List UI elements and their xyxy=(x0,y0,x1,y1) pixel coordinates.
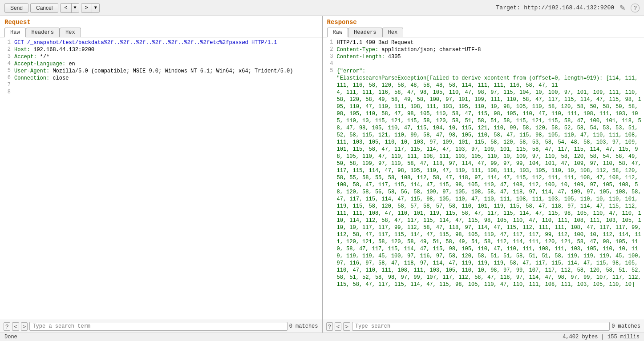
response-tabs: Raw Headers Hex xyxy=(327,28,640,37)
help-icon[interactable]: ? xyxy=(631,4,640,12)
target-prefix: Target: xyxy=(496,4,521,11)
resp-line-3: 3 Content-Length: 4305 xyxy=(323,53,644,60)
request-title: Request xyxy=(4,19,317,26)
req-line-1: 1 GET /_snapshot/test/backdata%2f..%2f..… xyxy=(0,39,322,46)
req-line-7: 7 xyxy=(0,82,322,89)
response-next-btn[interactable]: > xyxy=(343,322,350,331)
resp-line-1: 1 HTTP/1.1 400 Bad Request xyxy=(323,39,644,46)
next-split-button[interactable]: > ▼ xyxy=(81,3,100,13)
request-header: Request Raw Headers Hex xyxy=(0,16,322,37)
response-search-bar: ? < > 0 matches xyxy=(323,320,644,333)
response-header: Response Raw Headers Hex xyxy=(323,16,644,37)
tab-response-headers[interactable]: Headers xyxy=(348,28,382,37)
next-main[interactable]: > xyxy=(81,4,92,12)
response-prev-btn[interactable]: < xyxy=(335,322,342,331)
tab-request-headers[interactable]: Headers xyxy=(26,28,60,37)
tab-request-raw[interactable]: Raw xyxy=(4,28,26,37)
edit-icon[interactable]: ✎ xyxy=(618,3,627,13)
cancel-button[interactable]: Cancel xyxy=(30,3,58,13)
request-code-area: 1 GET /_snapshot/test/backdata%2f..%2f..… xyxy=(0,37,322,320)
resp-line-5: 5 {"error": "ElasticsearchParseException… xyxy=(323,68,644,288)
target-url: http://192.168.44.132:9200 xyxy=(524,4,614,11)
response-panel: Response Raw Headers Hex 1 HTTP/1.1 400 … xyxy=(323,16,644,333)
tab-response-raw[interactable]: Raw xyxy=(327,28,348,37)
req-line-2: 2 Host: 192.168.44.132:9200 xyxy=(0,46,322,53)
tab-response-hex[interactable]: Hex xyxy=(382,28,404,37)
resp-line-4: 4 xyxy=(323,60,644,68)
response-code-area: 1 HTTP/1.1 400 Bad Request 2 Content-Typ… xyxy=(323,37,644,320)
req-line-5: 5 User-Agent: Mozilla/5.0 (compatible; M… xyxy=(0,68,322,75)
req-line-4: 4 Accept-Language: en xyxy=(0,60,322,68)
req-line-3: 3 Accept: */* xyxy=(0,53,322,60)
prev-split-button[interactable]: < ▼ xyxy=(60,3,79,13)
tab-request-hex[interactable]: Hex xyxy=(60,28,81,37)
request-tabs: Raw Headers Hex xyxy=(4,28,317,37)
request-next-btn[interactable]: > xyxy=(21,322,28,331)
send-button[interactable]: Send xyxy=(4,3,28,13)
done-label: Done xyxy=(4,334,17,340)
response-matches: 0 matches xyxy=(612,323,640,329)
toolbar-right: Target: http://192.168.44.132:9200 ✎ ? xyxy=(496,3,640,13)
response-search-input[interactable] xyxy=(352,322,610,331)
prev-arrow[interactable]: ▼ xyxy=(72,4,79,12)
req-line-6: 6 Connection: close xyxy=(0,75,322,82)
toolbar: Send Cancel < ▼ > ▼ Target: http://192.1… xyxy=(0,0,644,16)
response-help-icon[interactable]: ? xyxy=(326,322,333,331)
status-bar: Done 4,402 bytes | 155 millis xyxy=(0,333,644,341)
request-panel: Request Raw Headers Hex 1 GET /_snapshot… xyxy=(0,16,322,333)
request-matches: 0 matches xyxy=(289,323,318,329)
prev-main[interactable]: < xyxy=(61,4,71,12)
req-line-8: 8 xyxy=(0,89,322,96)
request-help-icon[interactable]: ? xyxy=(4,322,10,331)
next-arrow[interactable]: ▼ xyxy=(92,4,99,12)
request-search-input[interactable] xyxy=(29,322,287,331)
request-search-bar: ? < > 0 matches xyxy=(0,320,322,333)
status-info: 4,402 bytes | 155 millis xyxy=(563,334,640,340)
main-content: Request Raw Headers Hex 1 GET /_snapshot… xyxy=(0,16,644,333)
toolbar-left: Send Cancel < ▼ > ▼ xyxy=(4,3,100,13)
resp-line-2: 2 Content-Type: application/json; charse… xyxy=(323,46,644,53)
response-title: Response xyxy=(327,19,640,26)
request-prev-btn[interactable]: < xyxy=(12,322,19,331)
